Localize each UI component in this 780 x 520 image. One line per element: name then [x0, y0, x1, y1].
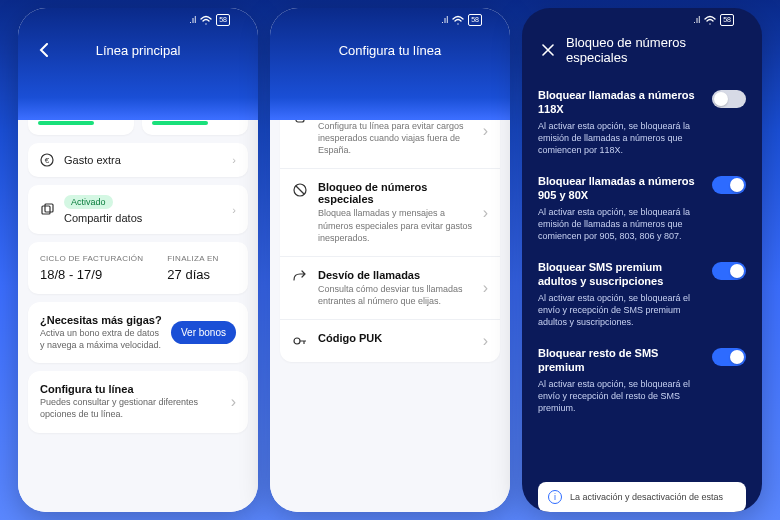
toggle-switch[interactable] — [712, 90, 746, 108]
compartir-datos-row[interactable]: Activado Compartir datos › — [28, 185, 248, 234]
gasto-extra-row[interactable]: € Gasto extra › — [28, 143, 248, 177]
status-badge: Activado — [64, 195, 113, 209]
wifi-icon — [704, 15, 716, 25]
promo-title: ¿Necesitas más gigas? — [40, 314, 163, 326]
battery-icon: 58 — [720, 14, 734, 26]
row-label: Compartir datos — [64, 212, 142, 224]
content: Bloquear llamadas a números 118X Al acti… — [522, 88, 762, 512]
promo-card[interactable]: ¿Necesitas más gigas? Activa un bono ext… — [28, 302, 248, 363]
status-bar: .ıl 58 — [536, 8, 748, 32]
settings-list: Roaming Configura tu línea para evitar c… — [280, 94, 500, 362]
toggle-sms-resto: Bloquear resto de SMS premium Al activar… — [538, 346, 746, 414]
toggle-905-80x: Bloquear llamadas a números 905 y 80X Al… — [538, 174, 746, 242]
close-button[interactable] — [536, 38, 560, 62]
chevron-right-icon: › — [232, 154, 236, 166]
forward-icon — [292, 270, 308, 286]
item-subtitle: Configura tu línea para evitar cargos in… — [318, 120, 473, 156]
configura-linea-card[interactable]: Configura tu línea Puedes consultar y ge… — [28, 371, 248, 432]
item-title: Código PUK — [318, 332, 473, 344]
svg-rect-2 — [42, 206, 50, 214]
phone-configura-linea: .ıl 58 Configura tu línea Roaming Config… — [270, 8, 510, 512]
progress-bar — [38, 121, 94, 125]
toggle-subtitle: Al activar esta opción, se bloqueará la … — [538, 206, 702, 242]
item-subtitle: Bloquea llamadas y mensajes a números es… — [318, 207, 473, 243]
chevron-right-icon: › — [483, 279, 488, 297]
page-title: Configura tu línea — [284, 43, 496, 58]
signal-icon: .ıl — [189, 15, 196, 25]
ends-label: FINALIZA EN — [167, 254, 218, 263]
toggle-title: Bloquear SMS premium adultos y suscripci… — [538, 260, 702, 289]
phone-bloqueo: .ıl 58 Bloqueo de números especiales Blo… — [522, 8, 762, 512]
block-icon — [292, 182, 308, 198]
row-label: Gasto extra — [64, 154, 121, 166]
share-icon — [40, 203, 54, 217]
ends-value: 27 días — [167, 267, 218, 282]
svg-text:€: € — [45, 156, 50, 165]
svg-line-7 — [296, 186, 304, 194]
toggle-subtitle: Al activar esta opción, se bloqueará el … — [538, 378, 702, 414]
list-item-bloqueo[interactable]: Bloqueo de números especiales Bloquea ll… — [280, 169, 500, 256]
wifi-icon — [200, 15, 212, 25]
header: .ıl 58 Línea principal — [18, 8, 258, 120]
toggle-switch[interactable] — [712, 262, 746, 280]
header: .ıl 58 Bloqueo de números especiales — [522, 8, 762, 88]
progress-bar — [152, 121, 208, 125]
euro-icon: € — [40, 153, 54, 167]
item-title: Bloqueo de números especiales — [318, 181, 473, 205]
toggle-title: Bloquear llamadas a números 118X — [538, 88, 702, 117]
svg-point-8 — [294, 338, 300, 344]
key-icon — [292, 333, 308, 349]
ver-bonos-button[interactable]: Ver bonos — [171, 321, 236, 344]
promo-subtitle: Activa un bono extra de datos y navega a… — [40, 328, 163, 351]
battery-icon: 58 — [468, 14, 482, 26]
toggle-118x: Bloquear llamadas a números 118X Al acti… — [538, 88, 746, 156]
signal-icon: .ıl — [441, 15, 448, 25]
content: Roaming Configura tu línea para evitar c… — [270, 84, 510, 512]
header: .ıl 58 Configura tu línea — [270, 8, 510, 120]
toggle-switch[interactable] — [712, 348, 746, 366]
signal-icon: .ıl — [693, 15, 700, 25]
info-text: La activación y desactivación de estas — [570, 492, 723, 502]
list-item-desvio[interactable]: Desvío de llamadas Consulta cómo desviar… — [280, 257, 500, 320]
close-icon — [542, 44, 554, 56]
item-title: Desvío de llamadas — [318, 269, 473, 281]
svg-rect-3 — [45, 204, 53, 212]
chevron-right-icon: › — [483, 122, 488, 140]
page-title: Línea principal — [32, 43, 244, 58]
cycle-value: 18/8 - 17/9 — [40, 267, 143, 282]
cycle-label: CICLO DE FACTURACIÓN — [40, 254, 143, 263]
item-subtitle: Consulta cómo desviar tus llamadas entra… — [318, 283, 473, 307]
info-icon: i — [548, 490, 562, 504]
toggle-sms-adultos: Bloquear SMS premium adultos y suscripci… — [538, 260, 746, 328]
chevron-right-icon: › — [232, 204, 236, 216]
toggle-subtitle: Al activar esta opción, se bloqueará la … — [538, 120, 702, 156]
chevron-left-icon — [39, 43, 49, 57]
phone-linea-principal: .ıl 58 Línea principal de ilimitados de … — [18, 8, 258, 512]
wifi-icon — [452, 15, 464, 25]
chevron-right-icon: › — [483, 332, 488, 350]
chevron-right-icon: › — [231, 393, 236, 411]
billing-card: CICLO DE FACTURACIÓN 18/8 - 17/9 FINALIZ… — [28, 242, 248, 294]
toggle-title: Bloquear resto de SMS premium — [538, 346, 702, 375]
info-bar: i La activación y desactivación de estas — [538, 482, 746, 512]
battery-icon: 58 — [216, 14, 230, 26]
list-item-puk[interactable]: Código PUK › — [280, 320, 500, 362]
card-subtitle: Puedes consultar y gestionar diferentes … — [40, 397, 223, 420]
page-title: Bloqueo de números especiales — [536, 35, 748, 65]
toggle-title: Bloquear llamadas a números 905 y 80X — [538, 174, 702, 203]
toggle-switch[interactable] — [712, 176, 746, 194]
status-bar: .ıl 58 — [284, 8, 496, 32]
toggle-subtitle: Al activar esta opción, se bloqueará el … — [538, 292, 702, 328]
status-bar: .ıl 58 — [32, 8, 244, 32]
card-title: Configura tu línea — [40, 383, 223, 395]
content: de ilimitados de ilimitados € Gasto extr… — [18, 84, 258, 512]
chevron-right-icon: › — [483, 204, 488, 222]
back-button[interactable] — [32, 38, 56, 62]
